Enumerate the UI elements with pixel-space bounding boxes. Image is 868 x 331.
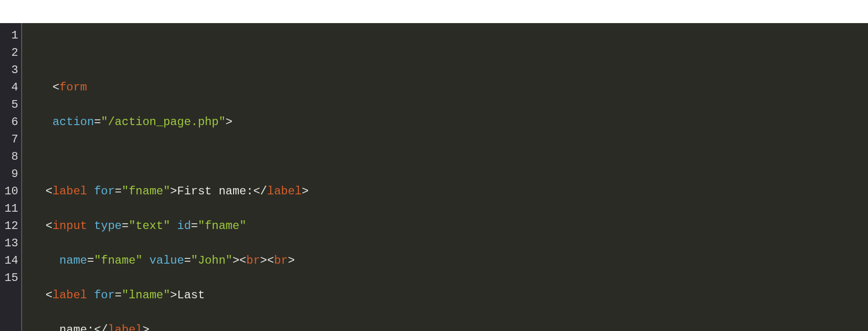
code-token: < (46, 219, 52, 232)
string-token: " (191, 254, 198, 267)
code-token (32, 185, 46, 198)
code-line[interactable] (32, 148, 868, 166)
code-line[interactable]: action="/action_page.php"> (32, 114, 868, 131)
tag-token: br (247, 254, 260, 267)
attr-token: for (94, 289, 115, 302)
code-token: > (225, 115, 232, 128)
code-line[interactable]: <label for="lname">Last (32, 287, 868, 304)
line-number-gutter: 1 2 3 4 5 6 7 8 9 10 11 12 13 14 15 (0, 23, 22, 331)
attr-token: name (60, 254, 87, 267)
attr-token: id (177, 219, 191, 232)
code-token: > (288, 254, 295, 267)
code-token (32, 219, 46, 232)
code-token: </ (94, 323, 108, 331)
attr-token: for (94, 185, 115, 198)
code-area[interactable]: <form action="/action_page.php"> <label … (22, 23, 868, 331)
text-token: Last (177, 289, 205, 302)
string-token: " (122, 289, 128, 302)
line-number: 8 (1, 148, 18, 166)
string-token: " (94, 254, 101, 267)
line-number: 1 (1, 27, 18, 44)
code-token: > (142, 323, 149, 331)
line-number: 13 (1, 235, 18, 252)
code-token (87, 185, 94, 198)
string-token: " (136, 254, 142, 267)
line-number: 3 (1, 62, 18, 79)
code-token: = (122, 219, 128, 232)
attr-token: type (94, 219, 122, 232)
code-token (32, 254, 60, 267)
code-token: </ (253, 185, 267, 198)
code-token: > (260, 254, 267, 267)
line-number: 12 (1, 217, 18, 235)
text-token: First name: (177, 185, 253, 198)
string-token: text (136, 219, 163, 232)
code-token: = (94, 115, 101, 128)
code-token (32, 323, 60, 331)
code-line[interactable]: <form (32, 79, 868, 96)
line-number: 9 (1, 166, 18, 183)
line-number: 15 (1, 269, 18, 287)
code-line[interactable] (32, 44, 868, 62)
code-editor[interactable]: 1 2 3 4 5 6 7 8 9 10 11 12 13 14 15 <for… (0, 23, 868, 331)
attr-token: action (52, 115, 94, 128)
code-token (87, 219, 94, 232)
string-token: " (163, 289, 170, 302)
code-token: = (184, 254, 191, 267)
text-token: name: (60, 323, 94, 331)
code-token: < (46, 185, 52, 198)
code-token: > (170, 289, 177, 302)
tag-token: label (267, 185, 302, 198)
line-number: 5 (1, 96, 18, 114)
tag-token: br (274, 254, 288, 267)
tag-token: label (52, 289, 87, 302)
string-token: " (163, 185, 170, 198)
code-token: = (115, 185, 122, 198)
tag-token: input (52, 219, 87, 232)
string-token: " (225, 254, 232, 267)
string-token: " (163, 219, 170, 232)
code-token (170, 219, 177, 232)
code-line[interactable]: name="fname" value="John"><br><br> (32, 252, 868, 269)
code-line[interactable]: name:</label> (32, 321, 868, 331)
string-token: fname (205, 219, 239, 232)
line-number: 6 (1, 114, 18, 131)
line-number: 11 (1, 200, 18, 217)
line-number: 14 (1, 252, 18, 269)
string-token: fname (129, 185, 163, 198)
tag-token: label (52, 185, 87, 198)
string-token: John (198, 254, 226, 267)
line-number: 2 (1, 44, 18, 62)
code-token: > (233, 254, 239, 267)
code-token: = (191, 219, 198, 232)
string-token: " (122, 185, 128, 198)
code-token: < (52, 81, 59, 94)
string-token: " (198, 219, 205, 232)
string-token: " (239, 219, 246, 232)
code-token: < (239, 254, 246, 267)
code-line[interactable]: <label for="fname">First name:</label> (32, 183, 868, 200)
tag-token: form (60, 81, 87, 94)
code-token (142, 254, 149, 267)
attr-token: value (149, 254, 184, 267)
code-line[interactable]: <input type="text" id="fname" (32, 217, 868, 235)
string-token: " (129, 219, 136, 232)
string-token: " (101, 115, 108, 128)
string-token: /action_page.php (108, 115, 218, 128)
code-token (87, 289, 94, 302)
code-token: < (267, 254, 274, 267)
code-token: = (115, 289, 122, 302)
line-number: 4 (1, 79, 18, 96)
code-token (32, 81, 52, 94)
code-token: > (302, 185, 309, 198)
code-token: < (46, 289, 52, 302)
string-token: " (219, 115, 225, 128)
code-token (32, 115, 52, 128)
line-number: 10 (1, 183, 18, 200)
code-token (32, 289, 46, 302)
code-token: = (87, 254, 94, 267)
code-token: > (170, 185, 177, 198)
tag-token: label (108, 323, 142, 331)
string-token: fname (101, 254, 136, 267)
string-token: lname (129, 289, 163, 302)
